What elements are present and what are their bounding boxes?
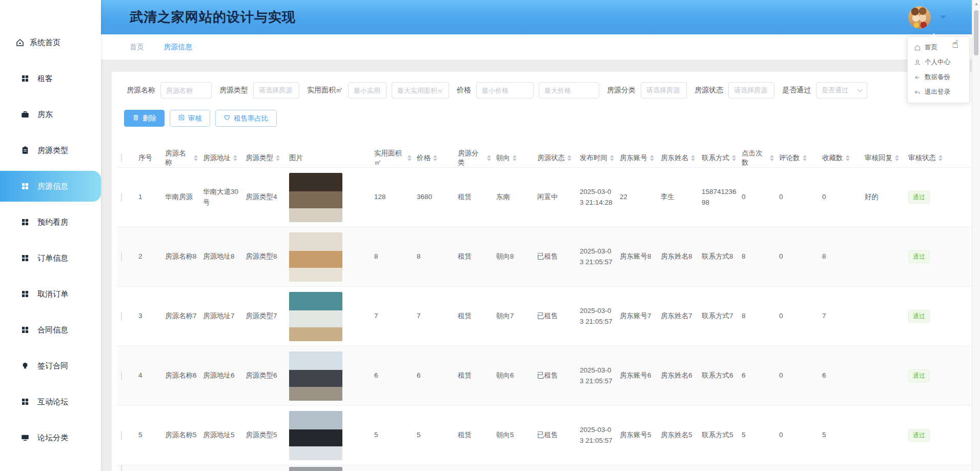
sort-carets-icon[interactable] [567, 155, 571, 161]
sidebar: 系统首页租客房东房源类型房源信息预约看房订单信息取消订单合同信息签订合同互动论坛… [0, 0, 101, 471]
column-header-12[interactable]: 房东账号 [619, 153, 660, 163]
sidebar-item-5[interactable]: 房源信息 [0, 171, 101, 202]
cell-address: 房源地址5 [202, 430, 244, 441]
sort-carets-icon[interactable] [846, 155, 850, 161]
scrollbar-up-arrow[interactable]: ▲ [974, 2, 978, 6]
column-header-label: 房源状态 [537, 153, 565, 163]
status-badge: 通过 [908, 429, 930, 442]
user-menu-item-4[interactable]: 退出登录 [908, 85, 969, 100]
column-header-7[interactable]: 价格 [416, 153, 457, 163]
user-menu-item-1[interactable]: 首页 [908, 40, 969, 55]
column-header-8[interactable]: 房源分类 [457, 149, 495, 167]
user-menu-item-3[interactable]: 数据备份 [908, 70, 969, 85]
row-checkbox[interactable] [121, 193, 122, 202]
listing-photo[interactable] [289, 232, 342, 282]
filter-price-min-input[interactable] [476, 82, 534, 99]
sort-carets-icon[interactable] [770, 155, 774, 161]
listing-photo[interactable] [289, 467, 342, 471]
sort-carets-icon[interactable] [487, 155, 491, 161]
row-checkbox[interactable] [121, 371, 122, 380]
sort-carets-icon[interactable] [276, 155, 280, 161]
cell-area: 6 [373, 370, 416, 381]
filter-area-min-input[interactable] [348, 82, 386, 99]
cell-contact: 联系方式8 [701, 251, 741, 262]
column-header-17[interactable]: 收藏数 [821, 153, 864, 163]
sort-carets-icon[interactable] [194, 155, 198, 161]
row-checkbox[interactable] [121, 252, 122, 261]
column-header-18[interactable]: 审核回复 [864, 153, 907, 163]
column-header-4[interactable]: 房源类型 [244, 153, 288, 163]
filter-type-select[interactable]: 请选择房源 [253, 82, 299, 99]
sort-carets-icon[interactable] [803, 155, 807, 161]
sort-carets-icon[interactable] [233, 155, 237, 161]
sort-carets-icon[interactable] [895, 155, 899, 161]
filter-bar: 房源名称 房源类型 请选择房源 实用面积㎡ 价格 房源分类 请选择房源 [117, 82, 971, 99]
column-header-6[interactable]: 实用面积㎡ [373, 149, 416, 167]
column-header-11[interactable]: 发布时间 [579, 153, 619, 163]
cell-landlord: 房东姓名6 [660, 370, 701, 381]
sidebar-item-6[interactable]: 预约看房 [0, 204, 101, 240]
sidebar-item-7[interactable]: 订单信息 [0, 240, 101, 276]
filter-price-max-input[interactable] [539, 82, 599, 99]
column-header-9[interactable]: 朝向 [495, 153, 536, 163]
cell-status: 闲置中 [536, 192, 579, 203]
sort-carets-icon[interactable] [407, 155, 412, 161]
sidebar-item-4[interactable]: 房源类型 [0, 132, 101, 168]
sort-carets-icon[interactable] [650, 155, 654, 161]
sidebar-item-label: 预约看房 [37, 218, 68, 227]
filter-price-label: 价格 [457, 86, 471, 95]
sidebar-item-10[interactable]: 签订合同 [0, 348, 101, 384]
ratio-button[interactable]: 租售率占比 [215, 110, 277, 127]
column-header-3[interactable]: 房源地址 [202, 153, 244, 163]
column-header-2[interactable]: 房源名称 [164, 149, 202, 167]
scrollbar-thumb[interactable] [974, 10, 978, 55]
sidebar-item-label: 系统首页 [30, 38, 60, 48]
sort-carets-icon[interactable] [610, 155, 614, 161]
cell-comments: 0 [778, 311, 821, 322]
sidebar-item-2[interactable]: 租客 [0, 61, 101, 96]
sort-carets-icon[interactable] [732, 155, 736, 161]
cell-name: 房源名称6 [164, 370, 202, 381]
delete-button[interactable]: 删除 [124, 110, 165, 127]
sidebar-item-11[interactable]: 互动论坛 [0, 384, 101, 420]
column-header-14[interactable]: 联系方式 [701, 153, 741, 163]
filter-category-select[interactable]: 请选择房源 [641, 82, 687, 99]
sidebar-item-9[interactable]: 合同信息 [0, 312, 101, 348]
sidebar-item-8[interactable]: 取消订单 [0, 276, 101, 312]
cell-image [288, 232, 373, 282]
column-header-16[interactable]: 评论数 [778, 153, 821, 163]
sort-carets-icon[interactable] [513, 155, 517, 161]
sidebar-item-12[interactable]: 论坛分类 [0, 420, 101, 456]
cell-contact: 联系方式7 [701, 311, 741, 322]
column-header-13[interactable]: 房东姓名 [660, 153, 701, 163]
cell-type: 房源类型7 [244, 311, 288, 322]
vertical-scrollbar[interactable]: ▲ [972, 0, 980, 471]
listing-photo[interactable] [289, 351, 342, 401]
chevron-down-icon[interactable] [940, 15, 946, 19]
column-header-15[interactable]: 点击次数 [741, 149, 778, 167]
sidebar-item-1[interactable]: 系统首页 [0, 25, 101, 61]
filter-name-input[interactable] [160, 82, 212, 99]
row-checkbox[interactable] [121, 431, 122, 440]
avatar[interactable] [908, 6, 931, 29]
breadcrumb-home[interactable]: 首页 [130, 43, 144, 52]
sort-carets-icon[interactable] [938, 155, 943, 161]
review-button[interactable]: 审核 [170, 110, 210, 127]
sidebar-item-3[interactable]: 房东 [0, 96, 101, 132]
column-header-10[interactable]: 房源状态 [536, 153, 579, 163]
user-menu-item-2[interactable]: 个人中心 [908, 55, 969, 70]
filter-status-select[interactable]: 请选择房源 [728, 82, 774, 99]
sidebar-item-label: 合同信息 [37, 325, 68, 335]
row-checkbox[interactable] [121, 465, 122, 471]
listing-photo[interactable] [289, 292, 342, 341]
column-header-19[interactable]: 审核状态 [907, 153, 954, 163]
filter-pass-select[interactable]: 是否通过 [816, 82, 867, 99]
sort-carets-icon[interactable] [691, 155, 695, 161]
row-checkbox[interactable] [121, 312, 122, 321]
listing-photo[interactable] [289, 411, 342, 460]
listing-table: 序号房源名称房源地址房源类型图片实用面积㎡价格房源分类朝向房源状态发布时间房东账… [117, 148, 971, 471]
listing-photo[interactable] [289, 173, 342, 222]
select-all-checkbox[interactable] [121, 153, 122, 162]
filter-area-max-input[interactable] [392, 82, 449, 99]
sort-carets-icon[interactable] [433, 155, 437, 161]
